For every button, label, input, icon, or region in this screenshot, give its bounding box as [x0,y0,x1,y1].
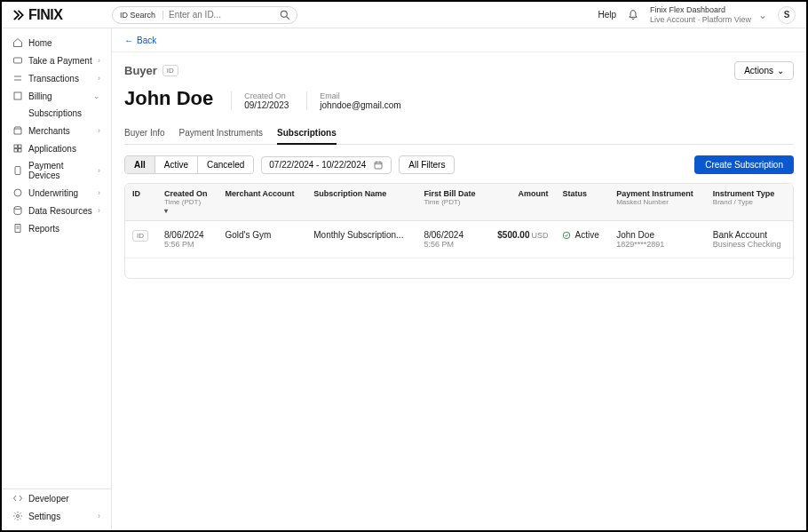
sidebar-item-billing[interactable]: Billing⌄ [2,87,111,105]
underwriting-icon [12,187,23,198]
main-content: ← Back Buyer ID Actions ⌄ John Doe Creat… [112,28,806,530]
filter-row: All Active Canceled 07/22/2024 - 10/22/2… [124,155,794,174]
sidebar-item-payment-devices[interactable]: Payment Devices› [2,157,111,184]
all-filters-button[interactable]: All Filters [399,155,455,174]
sidebar-item-home[interactable]: Home [2,34,111,52]
sidebar-item-applications[interactable]: Applications [2,139,111,157]
svg-rect-7 [19,149,22,153]
chevron-right-icon: › [98,56,100,65]
sidebar: Home Take a Payment› Transactions› Billi… [2,28,112,530]
svg-point-11 [17,515,20,518]
data-icon [12,205,23,216]
table-row[interactable]: ID 8/06/20245:56 PM Gold's Gym Monthly S… [125,221,793,258]
gear-icon [12,511,23,521]
svg-rect-12 [375,162,382,169]
meta-label-email: Email [320,91,400,100]
search-box[interactable]: ID Search [112,6,297,24]
sidebar-item-data-resources[interactable]: Data Resources› [2,202,111,219]
th-created-on[interactable]: Created OnTime (PDT) [157,184,218,221]
svg-line-1 [287,16,289,19]
logo-icon [12,9,25,21]
status-segment: All Active Canceled [124,155,254,174]
calendar-icon [373,160,384,171]
th-instrument-type[interactable]: Instrument TypeBrand / Type [706,184,793,221]
notifications-icon[interactable] [627,9,639,21]
check-circle-icon [562,231,571,240]
search-input[interactable] [163,10,279,20]
meta-value-created: 09/12/2023 [244,100,289,110]
cell-first-bill: 8/06/20245:56 PM [416,221,486,258]
actions-button[interactable]: Actions ⌄ [734,61,794,80]
th-first-bill[interactable]: First Bill DateTime (PDT) [416,184,486,221]
svg-point-10 [14,207,21,210]
payment-icon [12,55,23,66]
tab-payment-instruments[interactable]: Payment Instruments [179,123,263,144]
date-range-picker[interactable]: 07/22/2024 - 10/22/2024 [261,156,392,174]
svg-rect-3 [14,92,21,99]
seg-canceled[interactable]: Canceled [198,156,253,173]
svg-rect-8 [15,167,20,175]
devices-icon [12,165,23,176]
tab-subscriptions[interactable]: Subscriptions [277,123,337,145]
th-sub-name[interactable]: Subscription Name [306,184,416,221]
sidebar-subitem-subscriptions[interactable]: Subscriptions [2,105,111,122]
cell-merchant: Gold's Gym [218,221,306,258]
cell-sub-name: Monthly Subscription... [306,221,416,258]
account-switcher[interactable]: Finix Flex Dashboard Live Account · Plat… [650,5,751,25]
tab-buyer-info[interactable]: Buyer Info [124,123,165,144]
th-merchant[interactable]: Merchant Account [218,184,306,221]
dashboard-name: Finix Flex Dashboard [650,5,751,15]
developer-icon [12,493,23,504]
sidebar-item-transactions[interactable]: Transactions› [2,69,111,87]
chevron-right-icon: › [98,512,100,520]
create-subscription-button[interactable]: Create Subscription [694,155,794,174]
sidebar-item-reports[interactable]: Reports [2,219,111,237]
sidebar-item-developer[interactable]: Developer [2,489,111,507]
search-prefix: ID Search [113,11,163,20]
svg-point-0 [281,11,287,17]
chevron-right-icon: › [98,74,100,83]
transactions-icon [12,73,23,83]
th-amount[interactable]: Amount [487,184,556,221]
subscriptions-table: ID Created OnTime (PDT) Merchant Account… [124,183,794,279]
meta-value-email: johndoe@gmail.com [320,100,400,110]
back-link[interactable]: ← Back [124,36,156,45]
logo-text: FINIX [28,7,62,23]
th-status[interactable]: Status [555,184,609,221]
svg-point-16 [564,232,571,239]
applications-icon [12,143,23,154]
chevron-right-icon: › [98,188,100,197]
tabs: Buyer Info Payment Instruments Subscript… [124,123,794,145]
sidebar-item-take-payment[interactable]: Take a Payment› [2,52,111,69]
chevron-right-icon: › [98,166,100,175]
th-id[interactable]: ID [125,184,157,221]
chevron-down-icon: ⌄ [758,9,767,21]
avatar[interactable]: S [778,6,796,24]
help-link[interactable]: Help [598,10,617,20]
chevron-right-icon: › [98,126,100,135]
buyer-name: John Doe [124,87,213,110]
cell-instrument-type: Bank AccountBusiness Checking [706,221,793,258]
cell-amount: $500.00USD [487,221,556,258]
arrow-left-icon: ← [124,36,133,45]
search-icon [279,9,291,21]
sidebar-item-underwriting[interactable]: Underwriting› [2,184,111,202]
reports-icon [12,223,23,234]
th-payment-instrument[interactable]: Payment InstrumentMasked Number [609,184,706,221]
chevron-down-icon: ⌄ [777,66,784,75]
seg-active[interactable]: Active [155,156,198,173]
cell-payment-instrument: John Doe1829****2891 [609,221,706,258]
home-icon [12,37,23,48]
svg-point-9 [14,189,21,196]
svg-rect-6 [14,149,18,153]
svg-rect-2 [14,58,22,63]
seg-all[interactable]: All [125,156,155,173]
topbar-right: Help Finix Flex Dashboard Live Account ·… [598,5,796,25]
meta-label-created: Created On [244,91,289,100]
row-id-chip[interactable]: ID [132,230,148,242]
id-chip[interactable]: ID [162,65,178,76]
sidebar-item-settings[interactable]: Settings› [2,507,111,525]
sidebar-item-merchants[interactable]: Merchants› [2,122,111,139]
cell-status: Active [555,221,609,258]
billing-icon [12,91,23,101]
